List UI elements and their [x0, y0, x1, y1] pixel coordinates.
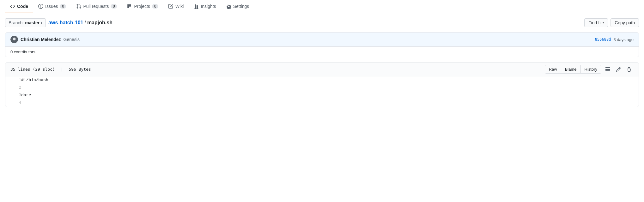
commit-header-left: Christian Melendez Genesis	[10, 36, 80, 43]
tab-code-label: Code	[17, 4, 28, 9]
branch-selector[interactable]: Branch: master ▾	[5, 18, 46, 27]
tab-insights[interactable]: Insights	[189, 0, 221, 13]
raw-button[interactable]: Raw	[545, 65, 561, 73]
code-icon	[10, 4, 15, 9]
tab-wiki[interactable]: Wiki	[163, 0, 189, 13]
tab-projects[interactable]: Projects 0	[122, 0, 163, 13]
file-breadcrumb: aws-batch-101 / mapjob.sh	[48, 20, 112, 26]
commit-meta: 855688d 3 days ago	[595, 37, 634, 42]
branch-name: master	[25, 20, 39, 25]
line-number: 4	[5, 99, 21, 107]
tab-code[interactable]: Code	[5, 0, 33, 13]
table-row: 1#!/bin/bash	[5, 76, 639, 84]
path-separator: /	[84, 20, 86, 26]
filename: mapjob.sh	[87, 20, 112, 26]
line-code: date	[21, 92, 639, 99]
table-row: 4	[5, 99, 639, 107]
copy-path-button[interactable]: Copy path	[611, 18, 639, 27]
file-size: 596 Bytes	[69, 67, 91, 72]
pr-badge: 0	[111, 4, 117, 9]
wiki-icon	[168, 4, 173, 9]
tab-projects-label: Projects	[134, 4, 150, 9]
file-box-header: 35 lines (29 sloc) | 596 Bytes Raw Blame…	[5, 62, 639, 76]
file-nav-bar: Branch: master ▾ aws-batch-101 / mapjob.…	[5, 18, 639, 27]
tab-nav: Code Issues 0 Pull requests 0 Projects 0	[0, 0, 644, 13]
line-number: 1	[5, 76, 21, 84]
commit-box: Christian Melendez Genesis 855688d 3 day…	[5, 32, 639, 57]
issues-icon	[38, 4, 43, 9]
repo-link[interactable]: aws-batch-101	[48, 20, 83, 26]
find-file-button[interactable]: Find file	[584, 18, 608, 27]
file-nav-left: Branch: master ▾ aws-batch-101 / mapjob.…	[5, 18, 112, 27]
insights-icon	[194, 4, 199, 9]
chevron-down-icon: ▾	[41, 21, 42, 25]
settings-icon	[226, 4, 231, 9]
pipe-separator: |	[61, 67, 63, 72]
table-row: 2	[5, 84, 639, 92]
code-content: 1#!/bin/bash23date4	[5, 76, 639, 107]
tab-wiki-label: Wiki	[175, 4, 184, 9]
commit-message: Genesis	[64, 37, 80, 42]
code-table: 1#!/bin/bash23date4	[5, 76, 639, 107]
file-lines: 35 lines (29 sloc)	[10, 67, 55, 72]
blame-button[interactable]: Blame	[561, 65, 581, 73]
line-code	[21, 99, 639, 107]
commit-time: 3 days ago	[613, 37, 634, 42]
line-number: 3	[5, 92, 21, 99]
line-code: #!/bin/bash	[21, 76, 639, 84]
pr-icon	[76, 4, 81, 9]
file-info: 35 lines (29 sloc) | 596 Bytes	[10, 67, 91, 72]
view-buttons: Raw Blame History	[545, 65, 601, 74]
tab-insights-label: Insights	[201, 4, 216, 9]
projects-badge: 0	[152, 4, 158, 9]
tab-issues-label: Issues	[45, 4, 58, 9]
tab-settings-label: Settings	[233, 4, 249, 9]
tab-pull-requests[interactable]: Pull requests 0	[71, 0, 122, 13]
line-number: 2	[5, 84, 21, 92]
commit-header: Christian Melendez Genesis 855688d 3 day…	[5, 33, 639, 47]
tab-pr-label: Pull requests	[83, 4, 109, 9]
display-button[interactable]	[603, 66, 612, 73]
tab-issues[interactable]: Issues 0	[33, 0, 71, 13]
edit-button[interactable]	[614, 66, 623, 73]
branch-label: Branch:	[9, 20, 24, 25]
delete-button[interactable]	[625, 66, 634, 73]
commit-footer: 0 contributors	[5, 47, 639, 57]
projects-icon	[127, 4, 132, 9]
avatar	[10, 36, 18, 43]
commit-sha[interactable]: 855688d	[595, 37, 611, 42]
history-button[interactable]: History	[581, 65, 601, 73]
issues-badge: 0	[60, 4, 66, 9]
commit-author[interactable]: Christian Melendez	[21, 37, 61, 42]
tab-settings[interactable]: Settings	[221, 0, 254, 13]
line-code	[21, 84, 639, 92]
contributors-count: 0 contributors	[10, 50, 35, 54]
file-nav-right: Find file Copy path	[584, 18, 639, 27]
main-content: Branch: master ▾ aws-batch-101 / mapjob.…	[0, 13, 644, 112]
table-row: 3date	[5, 92, 639, 99]
file-box: 35 lines (29 sloc) | 596 Bytes Raw Blame…	[5, 62, 639, 107]
file-actions: Raw Blame History	[545, 65, 634, 74]
